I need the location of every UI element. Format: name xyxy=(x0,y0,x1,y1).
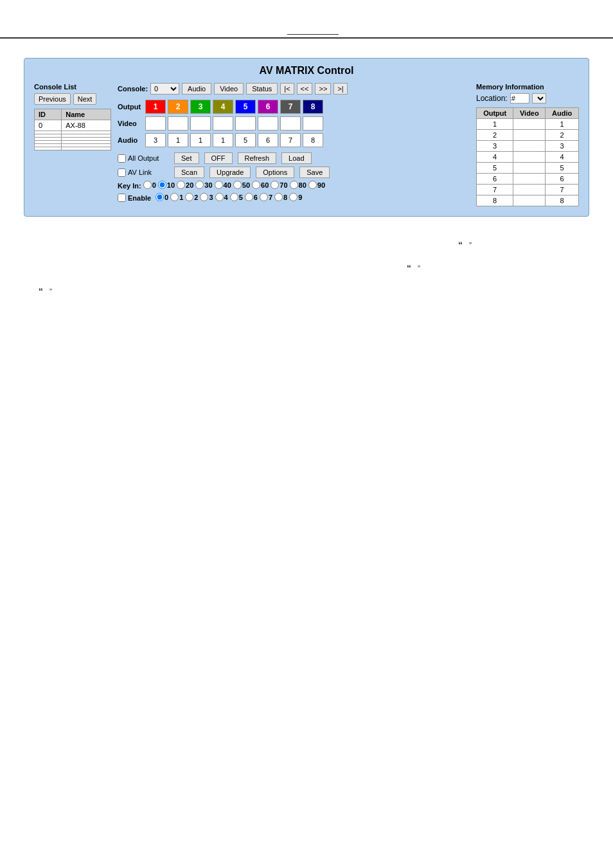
output-cell-7[interactable]: 7 xyxy=(280,100,301,114)
enable-radio-label-3[interactable]: 3 xyxy=(200,193,213,201)
video-cell-5[interactable] xyxy=(235,116,256,131)
key-in-radio-label-50[interactable]: 50 xyxy=(233,181,250,189)
audio-cell-5[interactable]: 5 xyxy=(235,133,256,147)
nav-next-button[interactable]: >> xyxy=(315,83,331,95)
memory-table-row: 22 xyxy=(477,130,579,141)
nav-first-button[interactable]: |< xyxy=(280,83,294,95)
enable-radio-7[interactable] xyxy=(260,193,268,201)
set-button[interactable]: Set xyxy=(174,152,199,164)
key-in-radio-label-90[interactable]: 90 xyxy=(308,181,325,189)
options-button[interactable]: Options xyxy=(256,167,294,178)
audio-cell-3[interactable]: 1 xyxy=(190,133,211,147)
key-in-radio-70[interactable] xyxy=(271,181,279,189)
audio-cell-4[interactable]: 1 xyxy=(213,133,233,147)
enable-radio-label-6[interactable]: 6 xyxy=(245,193,258,201)
mem-output-cell: 6 xyxy=(477,174,513,185)
mem-col-audio: Audio xyxy=(546,108,579,119)
console-table-row[interactable] xyxy=(35,147,111,150)
upgrade-button[interactable]: Upgrade xyxy=(209,167,251,178)
location-select[interactable] xyxy=(532,93,546,104)
audio-cell-2[interactable]: 1 xyxy=(168,133,188,147)
output-cell-8[interactable]: 8 xyxy=(303,100,323,114)
key-in-radio-0[interactable] xyxy=(143,181,152,189)
save-button[interactable]: Save xyxy=(299,167,330,178)
enable-radio-5[interactable] xyxy=(230,193,238,201)
enable-radio-4[interactable] xyxy=(215,193,224,201)
off-button[interactable]: OFF xyxy=(204,152,233,164)
key-in-radio-label-0[interactable]: 0 xyxy=(143,181,156,189)
status-button[interactable]: Status xyxy=(246,83,278,95)
all-output-checkbox-label[interactable]: All Output xyxy=(118,154,169,163)
output-cell-1[interactable]: 1 xyxy=(145,100,166,114)
video-cell-7[interactable] xyxy=(280,116,301,131)
location-input[interactable] xyxy=(510,93,529,104)
next-button[interactable]: Next xyxy=(73,93,97,105)
audio-label: Audio xyxy=(118,136,143,144)
enable-radio-1[interactable] xyxy=(170,193,179,201)
video-cell-1[interactable] xyxy=(145,116,166,131)
output-cell-5[interactable]: 5 xyxy=(235,100,256,114)
enable-checkbox[interactable] xyxy=(118,194,126,202)
av-link-checkbox[interactable] xyxy=(118,168,126,177)
video-button[interactable]: Video xyxy=(214,83,244,95)
key-in-radio-label-40[interactable]: 40 xyxy=(215,181,231,189)
audio-cell-7[interactable]: 7 xyxy=(280,133,301,147)
audio-cell-6[interactable]: 6 xyxy=(258,133,278,147)
video-cell-3[interactable] xyxy=(190,116,211,131)
video-cell-8[interactable] xyxy=(303,116,323,131)
scan-button[interactable]: Scan xyxy=(174,167,204,178)
key-in-radio-80[interactable] xyxy=(290,181,298,189)
video-cell-4[interactable] xyxy=(213,116,233,131)
enable-radio-label-4[interactable]: 4 xyxy=(215,193,228,201)
enable-radio-2[interactable] xyxy=(185,193,193,201)
console-table-row[interactable]: 0AX-88 xyxy=(35,120,111,131)
audio-button[interactable]: Audio xyxy=(182,83,211,95)
refresh-button[interactable]: Refresh xyxy=(238,152,277,164)
output-cell-2[interactable]: 2 xyxy=(168,100,188,114)
av-link-checkbox-label[interactable]: AV Link xyxy=(118,168,169,177)
nav-last-button[interactable]: >| xyxy=(333,83,347,95)
enable-radio-label-2[interactable]: 2 xyxy=(185,193,198,201)
enable-radio-label-1[interactable]: 1 xyxy=(170,193,183,201)
load-button[interactable]: Load xyxy=(281,152,311,164)
key-in-radio-label-30[interactable]: 30 xyxy=(195,181,212,189)
key-in-radio-10[interactable] xyxy=(158,181,166,189)
audio-cell-1[interactable]: 3 xyxy=(145,133,166,147)
enable-radio-0[interactable] xyxy=(155,193,164,201)
audio-cell-8[interactable]: 8 xyxy=(303,133,323,147)
nav-prev-button[interactable]: << xyxy=(297,83,313,95)
key-in-radio-label-60[interactable]: 60 xyxy=(252,181,269,189)
mem-col-video: Video xyxy=(513,108,546,119)
key-in-radio-90[interactable] xyxy=(308,181,317,189)
enable-radio-label-8[interactable]: 8 xyxy=(274,193,287,201)
key-in-radio-30[interactable] xyxy=(195,181,204,189)
video-cell-2[interactable] xyxy=(168,116,188,131)
enable-radio-9[interactable] xyxy=(289,193,298,201)
key-in-radio-40[interactable] xyxy=(215,181,223,189)
enable-row: Enable 0123456789 xyxy=(118,193,470,203)
enable-radio-label-0[interactable]: 0 xyxy=(155,193,168,201)
previous-button[interactable]: Previous xyxy=(34,93,71,105)
enable-radio-label-7[interactable]: 7 xyxy=(260,193,272,201)
mem-audio-cell: 3 xyxy=(546,141,579,152)
output-cell-4[interactable]: 4 xyxy=(213,100,233,114)
key-in-radio-label-20[interactable]: 20 xyxy=(177,181,193,189)
enable-radio-6[interactable] xyxy=(245,193,253,201)
enable-radio-8[interactable] xyxy=(274,193,283,201)
console-select[interactable]: 0 xyxy=(150,83,179,95)
all-output-checkbox[interactable] xyxy=(118,154,126,163)
mem-video-cell xyxy=(513,195,546,206)
enable-radio-label-9[interactable]: 9 xyxy=(289,193,302,201)
key-in-radio-label-10[interactable]: 10 xyxy=(158,181,175,189)
key-in-radio-60[interactable] xyxy=(252,181,260,189)
video-cell-6[interactable] xyxy=(258,116,278,131)
key-in-radio-20[interactable] xyxy=(177,181,185,189)
key-in-radio-label-70[interactable]: 70 xyxy=(271,181,287,189)
output-cell-3[interactable]: 3 xyxy=(190,100,211,114)
enable-radio-3[interactable] xyxy=(200,193,208,201)
key-in-radio-50[interactable] xyxy=(233,181,242,189)
enable-radio-label-5[interactable]: 5 xyxy=(230,193,243,201)
output-cell-6[interactable]: 6 xyxy=(258,100,278,114)
key-in-radio-label-80[interactable]: 80 xyxy=(290,181,306,189)
mem-output-cell: 4 xyxy=(477,152,513,163)
